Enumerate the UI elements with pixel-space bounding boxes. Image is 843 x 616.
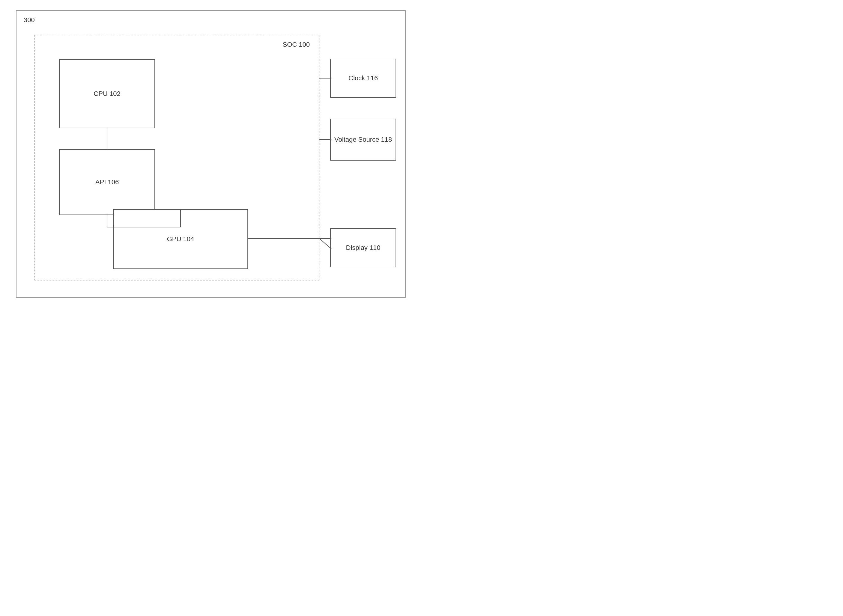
svg-line-7 — [319, 239, 331, 249]
outer-frame: 300 SOC 100 CPU 102 API 106 GPU 104 Cloc… — [16, 10, 406, 298]
diagram-label: 300 — [24, 16, 35, 24]
voltage-label: Voltage Source 118 — [334, 136, 392, 144]
cpu-label: CPU 102 — [94, 90, 120, 98]
clock-label: Clock 116 — [349, 74, 378, 82]
display-block: Display 110 — [330, 228, 396, 267]
voltage-block: Voltage Source 118 — [330, 119, 396, 161]
api-label: API 106 — [96, 178, 119, 186]
soc-label: SOC 100 — [283, 41, 310, 48]
clock-block: Clock 116 — [330, 59, 396, 98]
soc-box: SOC 100 CPU 102 API 106 GPU 104 — [34, 35, 319, 280]
api-block: API 106 — [59, 149, 155, 215]
gpu-block: GPU 104 — [113, 209, 248, 269]
cpu-block: CPU 102 — [59, 59, 155, 128]
gpu-label: GPU 104 — [167, 235, 194, 243]
display-label: Display 110 — [346, 244, 381, 252]
